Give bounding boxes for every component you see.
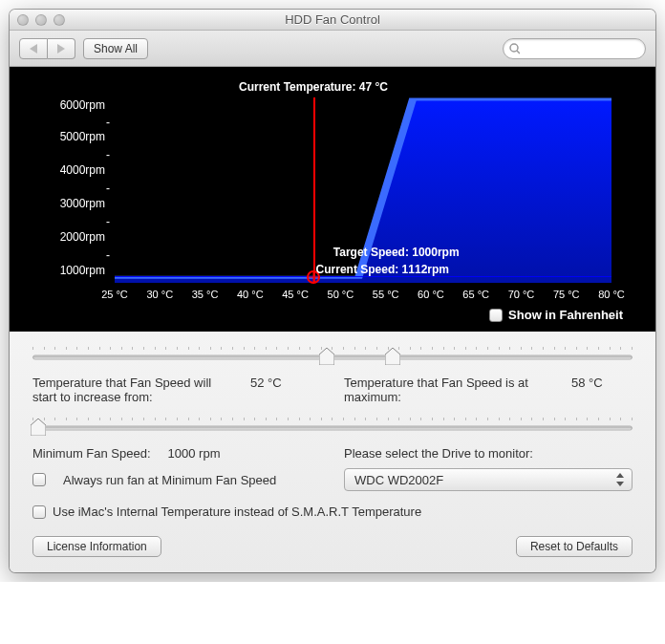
x-tick-70: 70 °C [508,289,535,300]
reset-defaults-label: Reset to Defaults [530,540,618,553]
x-tick-30: 30 °C [146,289,173,300]
window: HDD Fan Control Show All Current Tempera… [10,10,655,572]
target-speed-label: Target Speed: 1000rpm [333,246,460,259]
min-speed-slider[interactable] [32,418,633,439]
increase-from-label: Temperature that Fan Speed will start to… [32,376,233,404]
always-min-label: Always run fan at Minimum Fan Speed [63,473,276,487]
controls: Temperature that Fan Speed will start to… [10,332,655,572]
reset-defaults-button[interactable]: Reset to Defaults [516,536,633,557]
y-tick-3000: 3000rpm [27,197,105,210]
fan-curve-chart: Current Temperature: 47 °C 6000rpm - 500… [115,84,611,302]
x-tick-60: 60 °C [418,289,444,300]
svg-marker-1 [57,44,65,54]
x-tick-40: 40 °C [237,289,264,300]
svg-marker-0 [30,44,37,54]
svg-marker-7 [31,419,46,436]
internal-temp-label: Use iMac's Internal Temperature instead … [53,504,421,519]
slider-thumb-max[interactable] [385,348,400,365]
internal-temp-checkbox[interactable] [32,505,46,519]
y-tick-4000: 4000rpm [27,163,105,177]
slider-thumb-start[interactable] [319,348,334,365]
license-info-button[interactable]: License Information [32,536,161,557]
min-speed-label: Minimum Fan Speed: [32,446,151,461]
current-speed-label: Current Speed: 1112rpm [316,263,449,276]
nav-segment [19,38,75,59]
drive-select-label: Please select the Drive to monitor: [344,446,533,461]
forward-button[interactable] [48,38,75,59]
svg-marker-5 [319,348,334,365]
current-temp-label: Current Temperature: 47 °C [239,80,388,94]
show-all-label: Show All [94,42,138,55]
svg-line-3 [517,51,520,54]
search-icon [509,43,520,54]
show-all-button[interactable]: Show All [83,38,148,59]
min-speed-value: 1000 rpm [168,446,221,461]
search-input[interactable] [524,42,645,55]
x-tick-45: 45 °C [282,289,309,300]
fahrenheit-row: Show in Fahrenheit [27,302,638,322]
y-tick-1000: 1000rpm [27,264,105,277]
always-min-checkbox[interactable] [32,473,46,486]
drive-select[interactable]: WDC WD2002F [344,468,633,491]
toolbar: Show All [10,31,655,67]
back-button[interactable] [19,38,48,59]
temperature-range-slider[interactable] [32,347,633,368]
fahrenheit-checkbox[interactable] [489,309,503,322]
baseline-1000 [115,276,611,277]
max-at-label: Temperature that Fan Speed is at maximum… [344,376,554,404]
min-speed-thumb[interactable] [31,419,46,436]
slider-rail [32,426,633,431]
svg-marker-6 [385,348,400,365]
current-temp-line [313,97,315,283]
plot-area: Target Speed: 1000rpm Current Speed: 111… [115,97,611,283]
svg-point-2 [510,44,518,52]
increase-from-value: 52 °C [250,376,282,390]
titlebar: HDD Fan Control [10,10,655,31]
chart-zone: Current Temperature: 47 °C 6000rpm - 500… [10,67,655,332]
license-info-label: License Information [47,540,147,553]
y-tick-6000: 6000rpm [27,98,105,112]
window-title: HDD Fan Control [10,12,655,27]
x-tick-25: 25 °C [101,289,128,300]
y-tick-5000: 5000rpm [27,130,105,143]
chevron-right-icon [57,44,65,54]
y-tick-2000: 2000rpm [27,230,105,244]
x-tick-55: 55 °C [373,289,399,300]
fahrenheit-label: Show in Fahrenheit [508,308,623,322]
x-tick-50: 50 °C [328,289,354,300]
x-tick-80: 80 °C [598,289,625,300]
chevron-left-icon [30,44,37,54]
drive-selected-value: WDC WD2002F [354,473,443,487]
max-at-value: 58 °C [571,376,603,390]
search-field[interactable] [503,38,646,59]
x-tick-75: 75 °C [553,289,580,300]
x-tick-65: 65 °C [462,289,489,300]
x-tick-35: 35 °C [192,289,219,300]
